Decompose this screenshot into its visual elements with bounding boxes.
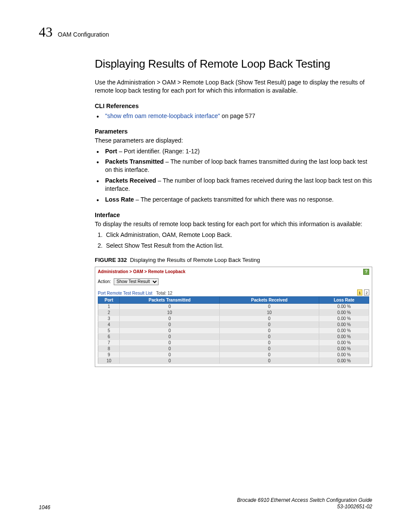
cell-tx: 0 (120, 327, 219, 333)
help-icon[interactable]: ? (363, 269, 369, 275)
interface-heading: Interface (95, 212, 372, 218)
list-title: Port Remote Test Result List (98, 291, 153, 296)
cell-port: 7 (98, 339, 120, 345)
cell-loss: 0.00 % (319, 315, 369, 321)
table-row: 4000.00 % (98, 321, 369, 327)
intro-paragraph: Use the Administration > OAM > Remote Lo… (95, 78, 372, 95)
cell-port: 4 (98, 321, 120, 327)
table-row: 8000.00 % (98, 345, 369, 352)
param-label: Packets Received (105, 177, 156, 184)
cell-rx: 0 (219, 315, 319, 321)
pager-page-2[interactable]: 2 (364, 289, 369, 296)
cli-references-heading: CLI References (95, 103, 372, 109)
cell-port: 2 (98, 309, 120, 315)
table-row: 5000.00 % (98, 327, 369, 333)
page-header: 43 OAM Configuration (39, 24, 372, 40)
cell-tx: 0 (120, 315, 219, 321)
param-packets-transmitted: Packets Transmitted – The number of loop… (103, 158, 372, 174)
footer-page-number: 1046 (39, 504, 50, 510)
cell-port: 10 (98, 358, 120, 364)
cell-loss: 0.00 % (319, 352, 369, 358)
figure-caption: FIGURE 332 Displaying the Results of Rem… (95, 257, 372, 263)
cell-rx: 0 (219, 339, 319, 345)
param-loss-rate: Loss Rate – The percentage of packets tr… (103, 196, 372, 204)
param-label: Loss Rate (105, 196, 134, 203)
cell-rx: 0 (219, 358, 319, 364)
list-header: Port Remote Test Result List Total: 12 1… (98, 289, 369, 296)
col-header-port: Port (98, 296, 120, 303)
cell-rx: 0 (219, 303, 319, 309)
table-row: 7000.00 % (98, 339, 369, 345)
cell-loss: 0.00 % (319, 327, 369, 333)
cell-rx: 0 (219, 352, 319, 358)
cli-reference-link[interactable]: "show efm oam remote-loopback interface" (105, 112, 220, 119)
param-desc: – Port identifier. (Range: 1-12) (117, 148, 199, 155)
section-name: OAM Configuration (58, 31, 109, 38)
figure-caption-text: Displaying the Results of Remote Loop Ba… (130, 257, 260, 263)
cell-tx: 0 (120, 339, 219, 345)
cell-tx: 0 (120, 333, 219, 339)
step-1: Click Administration, OAM, Remote Loop B… (104, 231, 372, 239)
cell-loss: 0.00 % (319, 303, 369, 309)
cli-reference-suffix: on page 577 (220, 112, 255, 119)
table-row: 1000.00 % (98, 303, 369, 309)
page-footer: 1046 Brocade 6910 Ethernet Access Switch… (39, 497, 372, 510)
cell-loss: 0.00 % (319, 309, 369, 315)
table-row: 210100.00 % (98, 309, 369, 315)
cell-loss: 0.00 % (319, 333, 369, 339)
table-row: 6000.00 % (98, 333, 369, 339)
table-row: 10000.00 % (98, 358, 369, 364)
cell-port: 8 (98, 345, 120, 352)
col-header-rx: Packets Received (219, 296, 319, 303)
cell-tx: 0 (120, 345, 219, 352)
cell-rx: 0 (219, 321, 319, 327)
cell-loss: 0.00 % (319, 321, 369, 327)
footer-doc-info: Brocade 6910 Ethernet Access Switch Conf… (237, 497, 372, 510)
cell-port: 5 (98, 327, 120, 333)
cell-loss: 0.00 % (319, 358, 369, 364)
action-label: Action: (98, 279, 111, 284)
cli-reference-item: "show efm oam remote-loopback interface"… (103, 112, 372, 120)
footer-doc-title: Brocade 6910 Ethernet Access Switch Conf… (237, 497, 372, 504)
cell-tx: 0 (120, 352, 219, 358)
list-total: Total: 12 (156, 291, 172, 296)
page-title: Displaying Results of Remote Loop Back T… (95, 57, 372, 71)
cell-tx: 0 (120, 321, 219, 327)
pager: 1 2 (357, 289, 369, 296)
interface-steps: Click Administration, OAM, Remote Loop B… (95, 231, 372, 250)
col-header-tx: Packets Transmitted (120, 296, 219, 303)
param-desc: – The percentage of packets transmitted … (134, 196, 334, 203)
chapter-number: 43 (39, 24, 53, 40)
pager-page-1[interactable]: 1 (357, 289, 362, 296)
cell-tx: 10 (120, 309, 219, 315)
cell-loss: 0.00 % (319, 345, 369, 352)
footer-doc-number: 53-1002651-02 (237, 504, 372, 510)
action-select[interactable]: Show Test Result (114, 278, 159, 285)
cell-rx: 0 (219, 327, 319, 333)
parameters-intro: These parameters are displayed: (95, 137, 372, 145)
cell-port: 1 (98, 303, 120, 309)
cell-rx: 0 (219, 333, 319, 339)
param-label: Port (105, 148, 117, 155)
parameters-heading: Parameters (95, 128, 372, 135)
result-table: Port Packets Transmitted Packets Receive… (98, 296, 369, 364)
cell-tx: 0 (120, 303, 219, 309)
cell-port: 9 (98, 352, 120, 358)
cell-port: 6 (98, 333, 120, 339)
cell-rx: 10 (219, 309, 319, 315)
cell-tx: 0 (120, 358, 219, 364)
figure-tag: FIGURE 332 (95, 257, 127, 263)
interface-intro: To display the results of remote loop ba… (95, 220, 372, 228)
table-row: 9000.00 % (98, 352, 369, 358)
table-row: 3000.00 % (98, 315, 369, 321)
action-row: Action: Show Test Result (98, 278, 369, 285)
breadcrumb: Administration > OAM > Remote Loopback (98, 269, 185, 274)
param-packets-received: Packets Received – The number of loop ba… (103, 177, 372, 193)
body-area: Displaying Results of Remote Loop Back T… (95, 57, 372, 367)
cell-port: 3 (98, 315, 120, 321)
col-header-loss: Loss Rate (319, 296, 369, 303)
parameters-list: Port – Port identifier. (Range: 1-12) Pa… (95, 147, 372, 204)
param-port: Port – Port identifier. (Range: 1-12) (103, 147, 372, 156)
figure-top-bar: Administration > OAM > Remote Loopback ? (95, 267, 372, 276)
param-label: Packets Transmitted (105, 158, 164, 165)
